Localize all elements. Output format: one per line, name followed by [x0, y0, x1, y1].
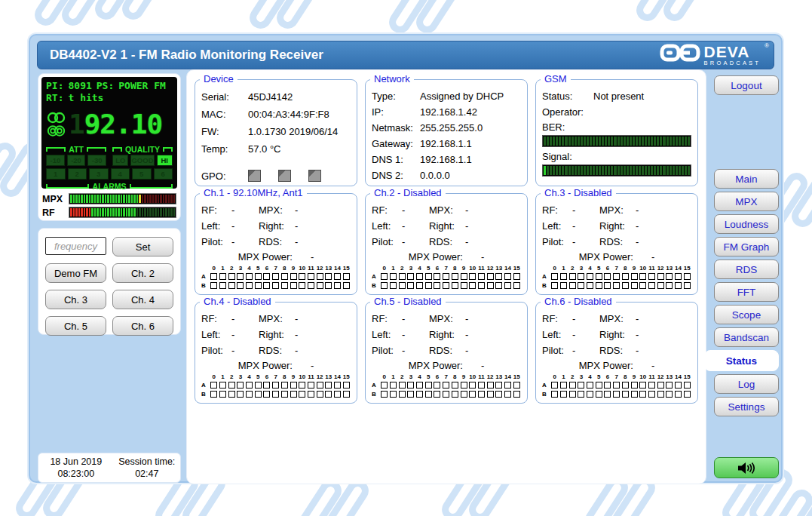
- alarm-grid-cell: [648, 390, 657, 399]
- alarm-grid-col-header: 11: [477, 265, 486, 272]
- alarm-grid-cell: [406, 390, 415, 399]
- rt-label: RT:: [46, 92, 63, 104]
- bracket-line: [163, 147, 173, 152]
- meter-segment: [170, 208, 173, 217]
- quality-cell: HI: [157, 155, 173, 166]
- listen-button[interactable]: [714, 457, 779, 478]
- channel-field-label: MPX:: [429, 311, 465, 327]
- preset-button-demo-fm[interactable]: Demo FM: [45, 263, 106, 283]
- alarm-grid: 0123456789101112131415AB: [201, 373, 351, 399]
- alarm-checkbox: [246, 391, 253, 398]
- frequency-input[interactable]: [45, 237, 106, 255]
- sidebar-tab-bandscan[interactable]: Bandscan: [714, 327, 779, 347]
- set-button[interactable]: Set: [112, 237, 173, 256]
- alarm-checkbox: [299, 273, 305, 280]
- sidebar-tab-mpx[interactable]: MPX: [714, 192, 779, 211]
- alarm-grid-cell: [559, 281, 568, 290]
- alarm-grid-cell: [656, 281, 665, 290]
- preset-button-ch-4[interactable]: Ch. 4: [112, 290, 173, 309]
- session-info-box: 18 Jun 2019 Session time: 08:23:00 02:47: [38, 453, 181, 483]
- preset-button-ch-3[interactable]: Ch. 3: [45, 290, 106, 309]
- alarm-checkbox: [317, 382, 323, 389]
- network-info-label: Type:: [372, 88, 420, 104]
- alarm-grid-cell: [227, 281, 236, 290]
- alarm-grid-col-header: 15: [342, 373, 351, 381]
- sidebar-tab-fm-graph[interactable]: FM Graph: [714, 237, 779, 256]
- ber-meter: [542, 135, 691, 147]
- channel-field-label: Left:: [201, 327, 231, 342]
- meter-segment: [165, 208, 167, 217]
- device-info-value: 57.0 °C: [248, 140, 351, 158]
- gsm-operator-row: Operator:: [542, 104, 691, 120]
- alarm-checkbox: [407, 391, 414, 398]
- alarm-checkbox: [325, 273, 332, 280]
- alarm-grid-cell: [380, 281, 389, 290]
- mpx-power-value: -: [311, 250, 314, 264]
- alarm-checkbox: [560, 382, 567, 389]
- alarm-grid-cell: [495, 272, 504, 281]
- gsm-bar-segment: [651, 166, 653, 175]
- channel-field-label: Pilot:: [542, 342, 572, 358]
- preset-button-ch-6[interactable]: Ch. 6: [112, 316, 173, 336]
- alarm-checkbox: [587, 273, 593, 280]
- meter-segment: [133, 208, 136, 217]
- logout-button[interactable]: Logout: [714, 75, 779, 95]
- alarm-grid-cell: [298, 390, 307, 399]
- meter-segment: [121, 195, 123, 203]
- alarm-checkbox: [263, 391, 270, 398]
- alarm-checkbox: [416, 273, 423, 280]
- meter-segment: [149, 208, 152, 217]
- alarm-grid-cell: [253, 281, 262, 290]
- sidebar-tab-log[interactable]: Log: [714, 374, 779, 394]
- sidebar-tab-settings[interactable]: Settings: [714, 397, 779, 416]
- alarm-grid-cell: [219, 272, 228, 281]
- alarm-grid-col-header: 2: [397, 373, 406, 381]
- preset-button-ch-5[interactable]: Ch. 5: [45, 316, 106, 336]
- alarm-grid-cell: [262, 381, 271, 390]
- channel-field-value: -: [636, 327, 691, 342]
- alarm-checkbox: [263, 382, 270, 389]
- alarm-grid-cell: [397, 381, 406, 390]
- alarm-checkbox: [495, 382, 502, 389]
- meter-segment: [128, 208, 130, 217]
- channel-field-label: Pilot:: [201, 234, 231, 250]
- alarm-grid-cell: [550, 281, 559, 290]
- mpx-power-value: -: [311, 358, 314, 373]
- preset-button-ch-2[interactable]: Ch. 2: [112, 263, 173, 283]
- alarm-grid-col-header: 14: [674, 373, 683, 381]
- sidebar-tab-status[interactable]: Status: [704, 350, 779, 371]
- alarm-grid-cell: [245, 381, 254, 390]
- mpx-power-label: MPX Power:: [238, 250, 293, 264]
- logo-subtitle: BROADCAST: [704, 60, 761, 66]
- sidebar-tab-rds[interactable]: RDS: [714, 260, 779, 279]
- alarm-grid-cell: [682, 390, 691, 399]
- alarm-checkbox: [631, 282, 638, 289]
- channel-mpx-power-row: MPX Power:-: [372, 250, 521, 264]
- alarm-checkbox: [281, 273, 288, 280]
- alarm-checkbox: [246, 382, 253, 389]
- alarm-grid-cell: [271, 272, 280, 281]
- sidebar: Logout MainMPXLoudnessFM GraphRDSFFTScop…: [710, 73, 783, 484]
- sidebar-tab-main[interactable]: Main: [714, 169, 779, 189]
- channel-field-label: Pilot:: [372, 342, 402, 358]
- channel-fields: RF:-MPX:-Left:-Right:-Pilot:-RDS:-: [372, 202, 521, 250]
- alarm-grid-col-header: 12: [656, 265, 665, 272]
- gsm-bar-segment: [685, 137, 687, 146]
- alarm-grid-cell: [210, 390, 219, 399]
- channel-field-label: RF:: [372, 311, 402, 327]
- channel-field-value: -: [231, 342, 259, 358]
- sidebar-tab-scope[interactable]: Scope: [714, 305, 779, 324]
- alarm-checkbox: [219, 282, 226, 289]
- alarm-grid-col-header: 15: [682, 265, 691, 272]
- sidebar-tab-fft[interactable]: FFT: [714, 282, 779, 302]
- gsm-bar-segment: [654, 137, 656, 146]
- channel-field-value: -: [295, 202, 351, 218]
- alarm-grid-col-header: 11: [648, 265, 657, 272]
- alarm-checkbox: [390, 391, 397, 398]
- channel-field-label: RF:: [372, 202, 402, 218]
- sidebar-tab-loudness[interactable]: Loudness: [714, 214, 779, 234]
- alarm-cell: 3: [89, 168, 109, 180]
- alarm-grid-col-header: 12: [656, 373, 665, 381]
- alarm-checkbox: [657, 282, 664, 289]
- gsm-bar-segment: [642, 137, 644, 146]
